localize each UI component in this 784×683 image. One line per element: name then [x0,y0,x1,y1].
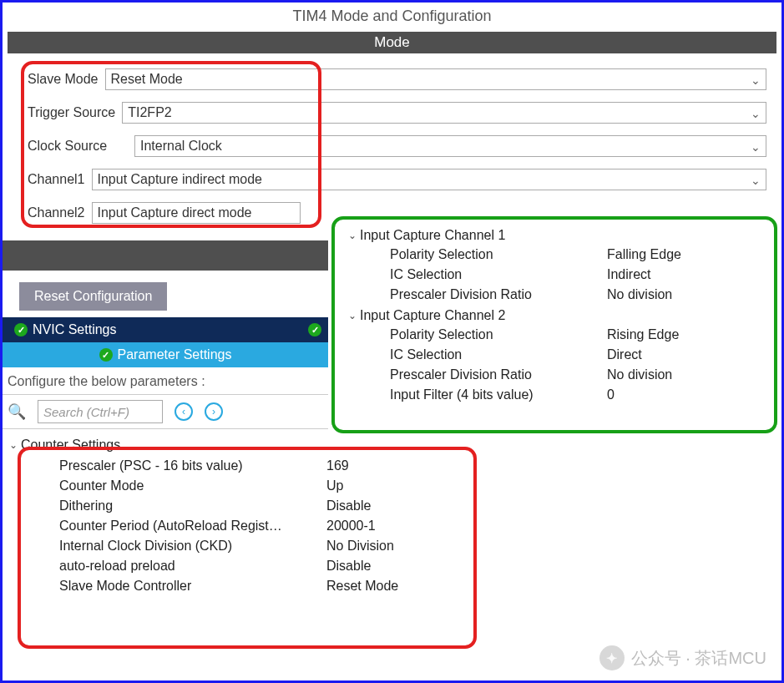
search-row: 🔍 Search (Ctrl+F) ‹ › [3,395,328,429]
tab-param-label: Parameter Settings [118,347,232,362]
watermark: ✦ 公众号 · 茶话MCU [599,645,766,670]
param-row: Polarity SelectionRising Edge [348,325,762,345]
param-row: Internal Clock Division (CKD)No Division [9,536,463,556]
check-icon: ✓ [308,323,321,336]
param-row: Counter Period (AutoReload Regist…20000-… [9,516,463,536]
counter-settings-title: Counter Settings [21,438,120,453]
search-input[interactable]: Search (Ctrl+F) [38,400,163,423]
param-row: Prescaler Division RatioNo division [348,365,762,385]
ic-ch2-title: Input Capture Channel 2 [360,308,505,323]
input-capture-panel: ⌄ Input Capture Channel 1 Polarity Selec… [338,220,772,412]
param-row: auto-reload preloadDisable [9,556,463,576]
clock-source-label: Clock Source [28,139,128,154]
param-row: Prescaler (PSC - 16 bits value)169 [9,456,463,476]
chevron-down-icon: ⌄ [9,439,18,451]
chevron-down-icon: ⌄ [348,230,357,241]
clock-source-value: Internal Clock [140,139,222,154]
channel1-value: Input Capture indirect mode [98,172,262,187]
tab-parameter-settings[interactable]: ✓ Parameter Settings [3,342,328,367]
counter-settings-header[interactable]: ⌄ Counter Settings [9,438,463,453]
config-header-bar [3,240,328,271]
mode-header-bar: Mode [8,32,776,53]
check-icon: ✓ [14,323,28,336]
chevron-down-icon: ⌄ [348,310,357,321]
param-row: DitheringDisable [9,496,463,516]
param-row: Input Filter (4 bits value)0 [348,385,762,405]
search-placeholder: Search (Ctrl+F) [43,405,129,419]
watermark-text: 公众号 · 茶话MCU [631,647,766,670]
clock-source-select[interactable]: Internal Clock ⌄ [134,135,766,157]
check-icon: ✓ [99,348,113,362]
param-row: IC SelectionIndirect [348,265,762,285]
ic-channel1-header[interactable]: ⌄ Input Capture Channel 1 [348,228,762,243]
tab-nvic-label: NVIC Settings [33,322,116,337]
chevron-down-icon: ⌄ [751,73,761,87]
chevron-down-icon: ⌄ [751,174,761,187]
trigger-source-select[interactable]: TI2FP2 ⌄ [122,102,766,124]
slave-mode-label: Slave Mode [28,72,99,87]
channel2-value: Input Capture direct mode [98,205,252,220]
trigger-source-label: Trigger Source [28,105,115,120]
next-match-button[interactable]: › [205,402,223,421]
page-title: TIM4 Mode and Configuration [3,3,781,30]
param-row: Slave Mode ControllerReset Mode [9,576,463,596]
reset-configuration-button[interactable]: Reset Configuration [19,282,167,311]
settings-tabs: ✓ NVIC Settings ✓ ✓ Parameter Settings [3,317,328,367]
param-row: Polarity SelectionFalling Edge [348,245,762,265]
configure-text: Configure the below parameters : [3,367,328,395]
mode-panel: Slave Mode Reset Mode ⌄ Trigger Source T… [3,60,781,237]
ic-ch1-title: Input Capture Channel 1 [360,228,505,243]
trigger-source-value: TI2FP2 [128,105,171,120]
channel1-select[interactable]: Input Capture indirect mode ⌄ [92,169,767,190]
slave-mode-select[interactable]: Reset Mode ⌄ [105,68,767,90]
slave-mode-value: Reset Mode [111,72,183,87]
param-row: Prescaler Division RatioNo division [348,285,762,305]
search-icon: 🔍 [8,402,26,421]
prev-match-button[interactable]: ‹ [175,402,193,421]
channel2-label: Channel2 [28,205,85,220]
channel1-label: Channel1 [28,172,85,187]
ic-channel2-header[interactable]: ⌄ Input Capture Channel 2 [348,308,762,323]
param-row: Counter ModeUp [9,476,463,496]
tab-nvic-settings[interactable]: ✓ NVIC Settings [3,322,128,337]
counter-settings-section: ⌄ Counter Settings Prescaler (PSC - 16 b… [3,429,470,600]
chevron-down-icon: ⌄ [751,107,761,120]
channel2-select[interactable]: Input Capture direct mode [92,202,301,224]
chevron-down-icon: ⌄ [751,140,761,154]
param-row: IC SelectionDirect [348,345,762,365]
wechat-icon: ✦ [599,645,625,670]
